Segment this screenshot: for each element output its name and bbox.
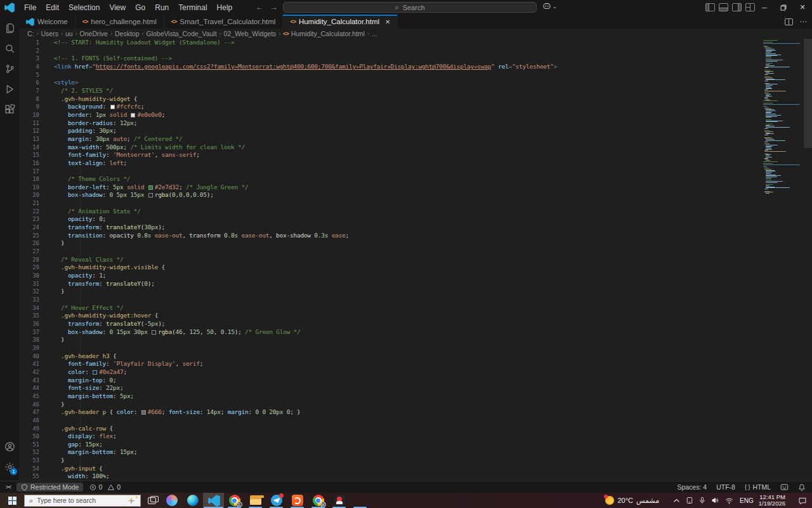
code-line-39[interactable]: 39 <box>19 344 812 352</box>
code-line-4[interactable]: 4<link href="https://fonts.googleapis.co… <box>19 63 812 71</box>
minimize-button[interactable]: ─ <box>755 0 774 15</box>
wifi-icon[interactable] <box>725 497 733 504</box>
code-line-15[interactable]: 15 font-family: 'Montserrat', sans-serif… <box>19 151 812 159</box>
task-view-button[interactable] <box>142 493 161 508</box>
microphone-icon[interactable] <box>699 497 705 504</box>
menu-help[interactable]: Help <box>213 2 237 13</box>
code-line-30[interactable]: 30 opacity: 1; <box>19 272 812 280</box>
code-line-35[interactable]: 35 .gvh-humidity-widget:hover { <box>19 312 812 320</box>
encoding-indicator[interactable]: UTF-8 <box>716 483 735 491</box>
breadcrumb-item[interactable]: GlobeVista_Code_Vault <box>147 30 217 37</box>
taskbar-search-box[interactable]: ⌕ Type here to search <box>24 495 141 507</box>
code-line-37[interactable]: 37 box-shadow: 0 15px 30px rgba(46, 125,… <box>19 328 812 337</box>
run-debug-icon[interactable] <box>0 79 19 99</box>
restore-button[interactable] <box>774 0 793 15</box>
code-line-3[interactable]: 3<!-- 1. FONTS (Self-contained) --> <box>19 55 812 63</box>
editor-scrollbar[interactable] <box>804 39 812 148</box>
customize-layout-icon[interactable] <box>745 3 755 11</box>
code-line-31[interactable]: 31 transform: translateY(0); <box>19 280 812 288</box>
notifications-bell-icon[interactable] <box>798 483 806 491</box>
taskbar-app-orange-utility[interactable] <box>287 493 308 508</box>
problems-indicator[interactable]: 0 0 <box>89 483 121 491</box>
nav-forward-button[interactable]: → <box>270 3 278 11</box>
menu-selection[interactable]: Selection <box>64 2 104 13</box>
accounts-icon[interactable] <box>0 436 19 457</box>
code-line-5[interactable]: 5 <box>19 71 812 79</box>
code-line-17[interactable]: 17 <box>19 168 812 176</box>
code-line-41[interactable]: 41 font-family: 'Playfair Display', seri… <box>19 360 812 368</box>
toggle-secondary-sidebar-icon[interactable] <box>732 3 742 11</box>
split-editor-icon[interactable] <box>785 18 793 25</box>
code-line-7[interactable]: 7 /* 2. STYLES */ <box>19 87 812 95</box>
code-line-20[interactable]: 20 box-shadow: 0 5px 15px rgba(0,0,0,0.0… <box>19 191 812 199</box>
taskbar-app-vlc[interactable] <box>350 493 370 508</box>
search-sidebar-icon[interactable] <box>0 38 19 58</box>
code-line-12[interactable]: 12 padding: 30px; <box>19 127 812 135</box>
tab-smart-travel-calculator-html[interactable]: <>Smart_Travel_Calculator.html <box>164 15 284 29</box>
breadcrumb-item[interactable]: OneDrive <box>80 30 108 37</box>
code-line-6[interactable]: 6<style> <box>19 79 812 87</box>
code-line-48[interactable]: 48 <box>19 417 812 425</box>
taskbar-app-chrome-profile-s[interactable]: S <box>224 493 245 508</box>
taskbar-app-file-explorer[interactable] <box>245 493 266 508</box>
command-center-search[interactable]: ⌕ Search <box>283 2 537 13</box>
menu-edit[interactable]: Edit <box>41 2 63 13</box>
weather-widget[interactable]: 20°C مشمس <box>605 496 659 505</box>
menu-file[interactable]: File <box>20 2 41 13</box>
close-button[interactable]: ✕ <box>793 0 812 15</box>
taskbar-app-media-app-dark[interactable] <box>329 493 350 508</box>
action-center-button[interactable] <box>794 497 811 505</box>
code-line-46[interactable]: 46 } <box>19 401 812 409</box>
tab-humidity-calculator-html[interactable]: <>Humidity_Calculator.html✕ <box>283 15 398 29</box>
nav-back-button[interactable]: ← <box>256 3 263 11</box>
code-line-28[interactable]: 28 /* Reveal Class */ <box>19 256 812 264</box>
restricted-mode-badge[interactable]: Restricted Mode <box>16 483 83 491</box>
breadcrumb-item[interactable]: Users <box>41 30 58 37</box>
code-line-21[interactable]: 21 <box>19 199 812 208</box>
code-line-45[interactable]: 45 margin-bottom: 5px; <box>19 392 812 401</box>
code-line-53[interactable]: 53 } <box>19 457 812 465</box>
code-line-50[interactable]: 50 display: flex; <box>19 432 812 441</box>
device-icon[interactable] <box>686 497 693 504</box>
menu-run[interactable]: Run <box>150 2 173 13</box>
code-line-55[interactable]: 55 width: 100%; <box>19 472 812 481</box>
code-line-49[interactable]: 49 .gvh-calc-row { <box>19 425 812 433</box>
code-editor[interactable]: 1<!-- START: Humidity Loadout Widget (St… <box>19 39 812 481</box>
code-line-38[interactable]: 38 } <box>19 336 812 344</box>
code-line-22[interactable]: 22 /* Animation State */ <box>19 208 812 216</box>
minimap[interactable] <box>763 40 802 194</box>
code-line-13[interactable]: 13 margin: 30px auto; /* Centered */ <box>19 135 812 144</box>
code-line-2[interactable]: 2 <box>19 47 812 55</box>
breadcrumb-item[interactable]: uu <box>65 30 73 37</box>
code-line-25[interactable]: 25 transition: opacity 0.8s ease-out, tr… <box>19 232 812 240</box>
code-line-24[interactable]: 24 transform: translateY(30px); <box>19 224 812 232</box>
code-line-27[interactable]: 27 <box>19 248 812 256</box>
taskbar-app-vscode[interactable] <box>203 493 224 508</box>
start-button[interactable] <box>0 493 24 508</box>
code-line-52[interactable]: 52 margin-bottom: 15px; <box>19 448 812 457</box>
settings-gear-icon[interactable]: 1 <box>0 457 19 477</box>
menu-view[interactable]: View <box>105 2 130 13</box>
code-line-44[interactable]: 44 font-size: 22px; <box>19 384 812 392</box>
source-control-icon[interactable] <box>0 58 19 79</box>
code-line-36[interactable]: 36 transform: translateY(-5px); <box>19 320 812 328</box>
input-language-indicator[interactable]: ENG <box>740 497 754 504</box>
code-line-34[interactable]: 34 /* Hover Effect */ <box>19 304 812 312</box>
code-line-8[interactable]: 8 .gvh-humidity-widget { <box>19 95 812 104</box>
indentation-indicator[interactable]: Spaces: 4 <box>677 483 707 491</box>
code-line-42[interactable]: 42 color: #0e2a47; <box>19 368 812 377</box>
extensions-icon[interactable] <box>0 99 19 119</box>
code-line-32[interactable]: 32 } <box>19 288 812 296</box>
menu-terminal[interactable]: Terminal <box>174 2 211 13</box>
breadcrumb-item[interactable]: Desktop <box>115 30 140 37</box>
clock[interactable]: 12:41 PM 1/19/2026 <box>759 494 785 507</box>
tab-close-icon[interactable]: ✕ <box>385 18 390 25</box>
tab-hero-challenge-html[interactable]: <>hero_challenge.html <box>75 15 164 29</box>
code-line-1[interactable]: 1<!-- START: Humidity Loadout Widget (St… <box>19 39 812 47</box>
code-line-29[interactable]: 29 .gvh-humidity-widget.visible { <box>19 264 812 272</box>
feedback-icon[interactable] <box>780 483 789 491</box>
editor-more-actions-icon[interactable]: ⋯ <box>799 17 807 26</box>
code-line-19[interactable]: 19 border-left: 5px solid #2e7d32; /* Ju… <box>19 184 812 192</box>
code-line-51[interactable]: 51 gap: 15px; <box>19 441 812 449</box>
taskbar-app-telegram[interactable] <box>266 493 287 508</box>
